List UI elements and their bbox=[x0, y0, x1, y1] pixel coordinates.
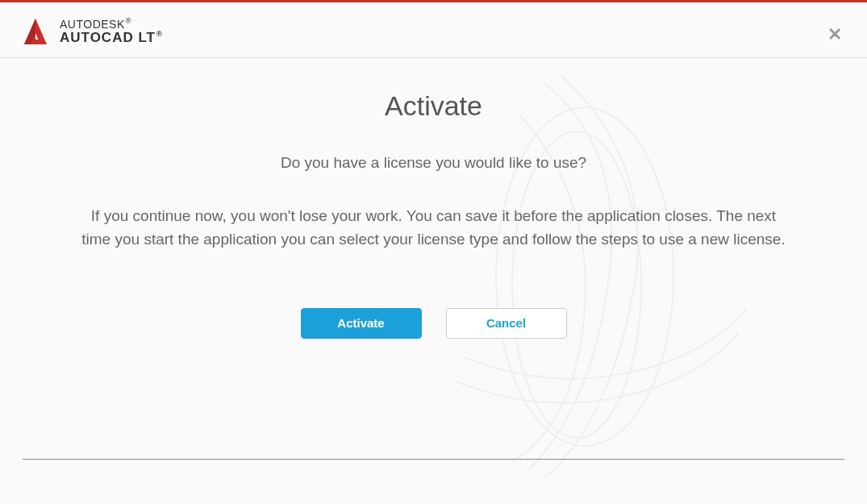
button-row: Activate Cancel bbox=[81, 308, 786, 339]
brand-product: AUTOCAD LT bbox=[60, 30, 156, 45]
dialog-content: Activate Do you have a license you would… bbox=[0, 58, 867, 339]
activate-button[interactable]: Activate bbox=[301, 308, 422, 339]
dialog-question: Do you have a license you would like to … bbox=[81, 154, 786, 172]
footer-divider bbox=[23, 459, 844, 460]
close-icon: ✕ bbox=[827, 26, 842, 44]
dialog-title: Activate bbox=[81, 90, 786, 122]
registered-mark-2: ® bbox=[156, 30, 163, 38]
dialog-description: If you continue now, you won't lose your… bbox=[81, 204, 786, 252]
autodesk-logo-icon bbox=[23, 17, 48, 46]
cancel-button[interactable]: Cancel bbox=[446, 308, 567, 339]
registered-mark-1: ® bbox=[126, 17, 131, 25]
close-button[interactable]: ✕ bbox=[827, 27, 843, 43]
dialog-header: AUTODESK® AUTOCAD LT® ✕ bbox=[0, 2, 867, 58]
brand-text: AUTODESK® AUTOCAD LT® bbox=[60, 18, 163, 44]
brand-block: AUTODESK® AUTOCAD LT® bbox=[23, 17, 163, 46]
brand-company: AUTODESK bbox=[60, 18, 125, 31]
